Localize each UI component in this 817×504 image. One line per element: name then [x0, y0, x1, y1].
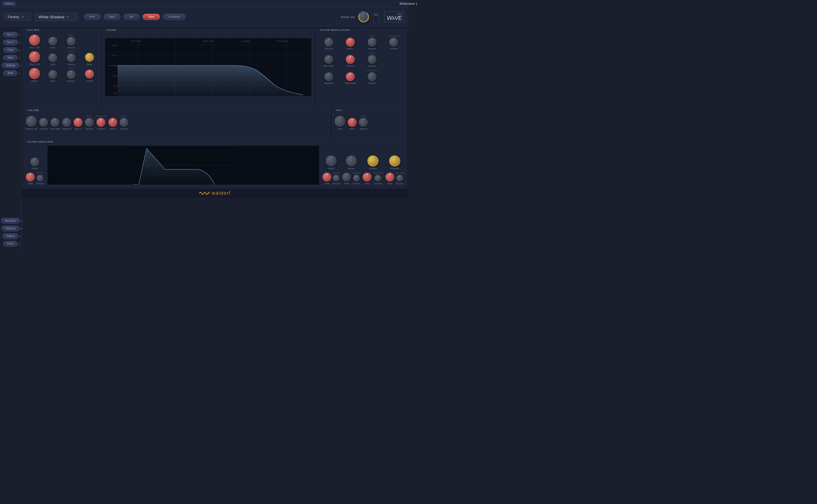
- osc2-button[interactable]: Osc 2: [3, 40, 18, 45]
- filt-env-knob[interactable]: [324, 38, 333, 47]
- vol-keytrack-knob[interactable]: [62, 118, 71, 127]
- reso-knob[interactable]: [85, 53, 94, 62]
- fe-delay-knob[interactable]: [30, 157, 39, 166]
- fm-source2-knob[interactable]: [368, 55, 377, 64]
- filter-env-content: Delay Mod LFO 1 Source: [26, 146, 404, 185]
- osc1-button[interactable]: Osc 1: [3, 32, 18, 37]
- fm-control1-knob[interactable]: [389, 38, 398, 47]
- svg-text:-24: -24: [112, 85, 117, 87]
- fm-lfo1-sub2: LFO 1: [369, 52, 375, 54]
- lfos-button[interactable]: LFOs: [3, 241, 18, 247]
- filter-mod-section: FILTER MODULATION Filt Env Mod 1: [316, 29, 406, 108]
- multi-button[interactable]: Multi: [3, 70, 18, 76]
- settings-indicator: ◂: [20, 64, 22, 67]
- fm-source3-knob[interactable]: [368, 72, 377, 81]
- dac-mix-controls: Osc 1 Vol Mod LFO 1 Source: [26, 34, 98, 82]
- noise-cutoff-wrap: Cutoff: [81, 70, 98, 82]
- filterenv-button[interactable]: FilterEnv: [1, 226, 20, 231]
- fe-sus-src-label: Source: [374, 182, 382, 185]
- vol-source1-knob[interactable]: [85, 118, 94, 127]
- fe-dec-mod-knob[interactable]: [342, 173, 351, 182]
- fe-decay-wrap: Decay: [346, 155, 357, 170]
- cutoff-knob[interactable]: [85, 70, 94, 79]
- vol-env-knob[interactable]: [39, 118, 48, 127]
- pan-mod-knob[interactable]: [348, 118, 357, 127]
- fe-decay-knob[interactable]: [346, 155, 357, 166]
- osc2-vol-knob-wrap: Osc 2 Vol: [26, 51, 43, 66]
- vol-source1-label: Source: [85, 127, 93, 130]
- settings-button[interactable]: Settings: [2, 63, 19, 68]
- sound-vol-label: Sound Vol: [26, 127, 37, 130]
- vol-control-knob[interactable]: [96, 118, 105, 127]
- keytrack-knob[interactable]: [324, 72, 333, 81]
- fm-mod1-knob[interactable]: [346, 38, 355, 47]
- functions-button[interactable]: Functions: [163, 14, 186, 20]
- fe-dec-src-label: Source: [353, 182, 360, 185]
- options-button[interactable]: Options: [2, 1, 16, 6]
- fe-rel-mod-knob[interactable]: [385, 173, 394, 182]
- fe-rel-mod-wrap: Mod: [385, 173, 394, 185]
- pan-lfo2-sub: LFO 2: [360, 115, 366, 117]
- sidebar-item-filter: Filter ●: [3, 47, 18, 53]
- fe-lfo1-sub: LFO 1: [37, 172, 43, 174]
- noise-source-knob[interactable]: [67, 70, 76, 79]
- main-button[interactable]: Main: [3, 55, 18, 61]
- sound-vol-knob[interactable]: [26, 116, 37, 127]
- fe-sus-mod-knob[interactable]: [363, 173, 372, 182]
- filter-button[interactable]: Filter: [3, 47, 18, 53]
- vol-envvelo-knob[interactable]: [50, 118, 59, 127]
- osc2-mod-knob-wrap: Mod: [44, 53, 61, 66]
- fe-source-label: Source: [36, 182, 44, 185]
- svg-text:10 Hz: 10 Hz: [131, 40, 141, 42]
- pan-knob[interactable]: [334, 116, 346, 127]
- filter-mod-row3: Keytrack Reso Mod ChanPress Source: [318, 69, 404, 84]
- fe-dec-mod-wrap: Mod: [342, 173, 351, 185]
- master-vol-knob[interactable]: [358, 11, 369, 23]
- osc1-source-knob[interactable]: [67, 37, 76, 46]
- vol-mod2-knob[interactable]: [108, 118, 117, 127]
- osc2-mod-knob[interactable]: [48, 53, 57, 62]
- fm-source1-knob[interactable]: [368, 38, 377, 47]
- osc1-mod-knob[interactable]: [48, 37, 57, 46]
- fe-mod-knob[interactable]: [26, 173, 35, 182]
- bank-dropdown[interactable]: Factory ▼: [4, 13, 31, 21]
- volenv-button[interactable]: VolEnv: [2, 233, 19, 239]
- filter-envelope-section: FILTER ENVELOPE Delay Mod: [23, 140, 406, 187]
- fe-sustain-knob[interactable]: [367, 155, 378, 166]
- noise-mod-knob[interactable]: [48, 70, 57, 79]
- fe-chanpress-sub2: ChanPress: [373, 172, 383, 174]
- osc2-source-knob[interactable]: [67, 53, 76, 62]
- svg-text:100 Hz: 100 Hz: [202, 40, 214, 42]
- osc1-source-label: Source: [67, 46, 75, 49]
- reso-mod-knob[interactable]: [346, 72, 355, 81]
- osc1-vol-knob[interactable]: [29, 35, 40, 46]
- fe-mod-label: Mod: [28, 182, 33, 185]
- osc2-vol-knob[interactable]: [29, 51, 40, 62]
- fe-rel-src-wrap: Rel. Velo Source: [395, 172, 404, 185]
- fe-dec-src-knob[interactable]: [353, 175, 360, 182]
- master-vol-slider[interactable]: [374, 11, 378, 23]
- vol-mod1-knob[interactable]: [74, 118, 83, 127]
- fe-atk-mod-knob[interactable]: [322, 173, 331, 182]
- vol-source2-knob[interactable]: [120, 118, 129, 127]
- noise-source-knob-wrap: LFO 1 Source: [62, 67, 80, 82]
- env-velo-knob[interactable]: [324, 55, 333, 64]
- next-button[interactable]: Next: [104, 14, 121, 20]
- prev-button[interactable]: Prev: [84, 14, 101, 20]
- fm-mod2-knob[interactable]: [346, 55, 355, 64]
- bank-arrow: ▼: [21, 15, 24, 18]
- waveenv-button[interactable]: WaveEnv: [1, 218, 20, 224]
- init-button[interactable]: Init: [124, 14, 139, 20]
- env-graph-svg: [48, 146, 319, 185]
- fe-attack-knob[interactable]: [326, 155, 337, 166]
- pan-source-knob[interactable]: [359, 118, 368, 127]
- fe-source-knob[interactable]: [37, 175, 44, 182]
- fe-release-knob[interactable]: [389, 155, 400, 166]
- preset-dropdown[interactable]: White Shadow ▼: [35, 13, 78, 21]
- fe-rel-src-knob[interactable]: [396, 175, 403, 182]
- fe-sus-src-knob[interactable]: [375, 175, 381, 182]
- save-button[interactable]: Save: [143, 14, 160, 20]
- noise-knob[interactable]: [29, 68, 40, 79]
- fe-atk-src-knob[interactable]: [333, 175, 340, 182]
- env-velo-wrap: Env*Velo: [318, 55, 339, 67]
